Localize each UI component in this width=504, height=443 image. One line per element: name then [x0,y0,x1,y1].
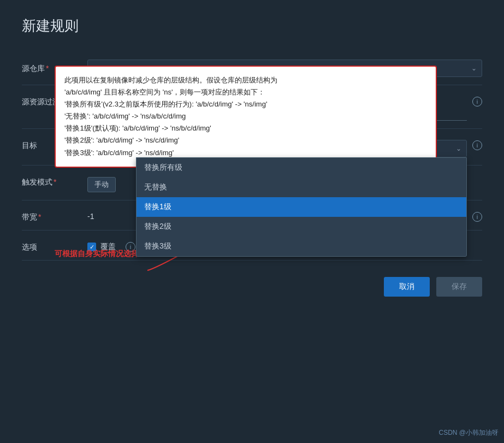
flatten-dropdown: 替换所有级 无替换 替换1级 替换2级 替换3级 [136,157,467,257]
dropdown-option-5[interactable]: 替换3级 [137,237,466,256]
dropdown-option-3[interactable]: 替换1级 [137,197,466,217]
annotation-container: 可根据自身实际情况选择 [55,249,139,259]
watermark: CSDN @小韩加油呀 [438,428,499,438]
target-info-icon[interactable]: i [472,140,482,150]
bandwidth-label: 带宽* [22,208,87,222]
trigger-label: 触发模式* [22,173,87,187]
button-row: 取消 保存 [22,277,482,302]
page-title: 新建规则 [22,16,482,36]
annotation-text: 可根据自身实际情况选择 [55,249,139,258]
bandwidth-info-icon[interactable]: i [472,212,482,222]
dropdown-option-2[interactable]: 无替换 [137,178,466,197]
source-filter-info-icon[interactable]: i [472,97,482,107]
dropdown-option-4[interactable]: 替换2级 [137,217,466,237]
tooltip-content: 此项用以在复制镜像时减少仓库的层级结构。假设仓库的层级结构为 'a/b/c/d/… [64,76,277,157]
save-button[interactable]: 保存 [436,277,482,297]
cancel-button[interactable]: 取消 [384,277,430,297]
tooltip-box: 此项用以在复制镜像时减少仓库的层级结构。假设仓库的层级结构为 'a/b/c/d/… [55,66,437,168]
dropdown-option-1[interactable]: 替换所有级 [137,158,466,178]
page-container: 新建规则 此项用以在复制镜像时减少仓库的层级结构。假设仓库的层级结构为 'a/b… [0,0,504,443]
trigger-value: 手动 [87,177,116,192]
